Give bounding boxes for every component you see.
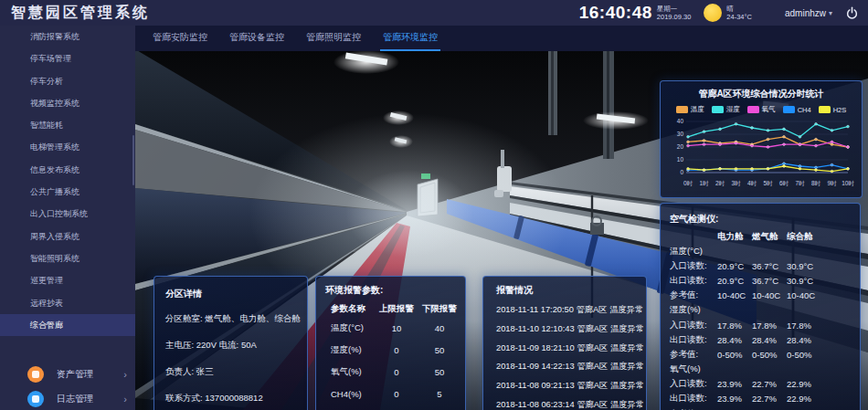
alarm-params-panel: 环境报警参数: 参数名称上限报警下限报警温度(°C)1040湿度(%)050氧气… xyxy=(315,276,466,410)
air-cell-value: 0-50% xyxy=(787,350,821,360)
air-col-header: 综合舱 xyxy=(787,231,821,243)
air-table-row: 入口读数:20.9°C36.7°C30.9°C xyxy=(661,258,860,273)
air-section-header: 湿度(%) xyxy=(661,303,860,318)
svg-text:30: 30 xyxy=(677,131,684,137)
alarm-row: 2018-11-11 17:20:50 管廊A区 温度异常 xyxy=(496,300,640,320)
param-col-lower: 下限报警 xyxy=(417,303,462,315)
weather-temp: 24-34°C xyxy=(726,13,752,21)
sidebar-item[interactable]: 消防报警系统 xyxy=(0,26,135,47)
weather-block: 晴 24-34°C xyxy=(726,5,752,21)
app-header: 智慧园区管理系统 16:40:48 星期一 2019.09.30 晴 24-34… xyxy=(0,0,868,26)
air-table-row: 参考值:0-50%0-50%0-50% xyxy=(661,406,860,410)
alarm-param-row: CH4(%)05 xyxy=(316,383,465,405)
sidebar-item[interactable]: 远程抄表 xyxy=(0,292,135,314)
sidebar-menu: 消防报警系统停车场管理停车分析视频监控系统智慧能耗电梯管理系统信息发布系统公共广… xyxy=(0,26,135,336)
legend-label: 湿度 xyxy=(726,105,740,114)
air-section-header: 温度(°C) xyxy=(661,244,860,258)
alarm-params-table: 参数名称上限报警下限报警温度(°C)1040湿度(%)050氧气(%)050CH… xyxy=(316,300,465,410)
sidebar-group-log[interactable]: 日志管理› xyxy=(0,386,135,410)
alarm-param-row: H2S(%)05 xyxy=(316,405,465,410)
legend-label: 氧气 xyxy=(762,105,776,114)
alarm-param-row: 温度(°C)1040 xyxy=(316,317,465,339)
air-monitor-table: 电力舱燃气舱综合舱温度(°C)入口读数:20.9°C36.7°C30.9°C出口… xyxy=(661,229,860,410)
legend-swatch xyxy=(783,106,795,113)
sidebar-item[interactable]: 综合管廊 xyxy=(0,314,135,336)
svg-text:6时: 6时 xyxy=(779,180,789,186)
legend-label: H2S xyxy=(833,106,847,114)
svg-text:20: 20 xyxy=(677,143,684,150)
air-row-label: 入口读数: xyxy=(661,378,717,390)
legend-swatch xyxy=(676,106,688,113)
legend-item: 温度 xyxy=(676,105,704,114)
legend-item: H2S xyxy=(819,105,847,114)
air-table-row: 参考值:10-40C10-40C10-40C xyxy=(661,289,860,303)
sidebar-item[interactable]: 公共广播系统 xyxy=(0,181,135,203)
air-row-label: 入口读数: xyxy=(661,320,717,331)
svg-text:0时: 0时 xyxy=(683,180,693,186)
svg-text:3时: 3时 xyxy=(731,180,741,186)
power-icon[interactable] xyxy=(845,6,859,20)
zone-detail-line: 负责人: 张三 xyxy=(165,366,214,378)
air-cell-value: 22.7% xyxy=(752,379,787,389)
param-col-upper: 上限报警 xyxy=(376,303,417,315)
air-cell-value: 20.9°C xyxy=(717,276,752,286)
alarm-row: 2018-11-09 18:21:10 管廊A区 温度异常 xyxy=(496,339,640,358)
sidebar-item[interactable]: 出入口控制系统 xyxy=(0,203,135,225)
sidebar-item[interactable]: 巡更管理 xyxy=(0,269,135,291)
air-table-row: 入口读数:23.9%22.7%22.9% xyxy=(661,377,860,392)
username: adminhzw xyxy=(785,8,826,18)
weekday: 星期一 xyxy=(657,5,692,13)
sidebar-scrollbar[interactable] xyxy=(132,135,135,185)
air-cell-value: 36.7°C xyxy=(752,261,787,271)
tab-管廊设备监控[interactable]: 管廊设备监控 xyxy=(227,26,287,51)
svg-text:10时: 10时 xyxy=(842,180,854,186)
zone-detail-title: 分区详情 xyxy=(165,288,202,300)
air-row-label: 出口读数: xyxy=(661,275,717,287)
sidebar-item[interactable]: 周界入侵系统 xyxy=(0,226,135,247)
air-row-label: 参考值: xyxy=(661,349,717,361)
alarm-param-row: 氧气(%)050 xyxy=(316,361,465,383)
legend-item: 氧气 xyxy=(747,105,776,114)
air-section-name: 温度(°C) xyxy=(661,246,717,258)
sidebar: 消防报警系统停车场管理停车分析视频监控系统智慧能耗电梯管理系统信息发布系统公共广… xyxy=(0,26,135,410)
sidebar-group-assets[interactable]: 资产管理› xyxy=(0,362,135,386)
header-right: 16:40:48 星期一 2019.09.30 晴 24-34°C adminh… xyxy=(579,0,859,26)
legend-swatch xyxy=(819,106,831,113)
chevron-right-icon: › xyxy=(123,369,127,380)
user-menu[interactable]: adminhzw ▾ xyxy=(785,8,832,18)
air-cell-value: 0-50% xyxy=(717,350,752,360)
svg-text:8时: 8时 xyxy=(811,180,821,186)
air-table-row: 入口读数:17.8%17.8%17.8% xyxy=(661,318,860,332)
sidebar-item[interactable]: 智能照明系统 xyxy=(0,247,135,269)
air-section-header: 氧气(%) xyxy=(661,363,860,377)
sidebar-item[interactable]: 智慧能耗 xyxy=(0,114,135,136)
air-cell-value: 10-40C xyxy=(787,290,821,300)
svg-text:5时: 5时 xyxy=(763,180,773,186)
weather-condition: 晴 xyxy=(726,5,752,13)
svg-text:2时: 2时 xyxy=(715,180,725,186)
param-lower: 40 xyxy=(417,323,462,333)
sidebar-item[interactable]: 视频监控系统 xyxy=(0,92,135,114)
air-table-row: 参考值:0-50%0-50%0-50% xyxy=(661,347,860,362)
air-cell-value: 28.4% xyxy=(752,335,787,345)
sidebar-item[interactable]: 信息发布系统 xyxy=(0,159,135,181)
tab-管廊安防监控[interactable]: 管廊安防监控 xyxy=(150,26,210,51)
air-cell-value: 17.8% xyxy=(787,321,821,331)
tab-管廊照明监控[interactable]: 管廊照明监控 xyxy=(303,26,364,51)
legend-item: 湿度 xyxy=(712,105,740,114)
param-name: CH4(%) xyxy=(316,389,376,399)
app-title: 智慧园区管理系统 xyxy=(11,0,150,26)
air-cell-value: 17.8% xyxy=(717,321,752,331)
sidebar-item[interactable]: 电梯管理系统 xyxy=(0,136,135,158)
air-cell-value: 30.9°C xyxy=(787,261,821,271)
chart-legend: 温度湿度氧气CH4H2S xyxy=(661,105,862,114)
air-cell-value: 10-40C xyxy=(717,290,752,300)
log-icon xyxy=(27,391,44,407)
tab-管廊环境监控[interactable]: 管廊环境监控 xyxy=(380,26,440,51)
air-cell-value: 20.9°C xyxy=(717,261,752,271)
sidebar-item[interactable]: 停车场管理 xyxy=(0,47,135,69)
param-lower: 50 xyxy=(417,367,462,377)
chevron-right-icon: › xyxy=(123,394,127,405)
sidebar-item[interactable]: 停车分析 xyxy=(0,70,135,92)
air-cell-value: 22.9% xyxy=(787,394,821,404)
